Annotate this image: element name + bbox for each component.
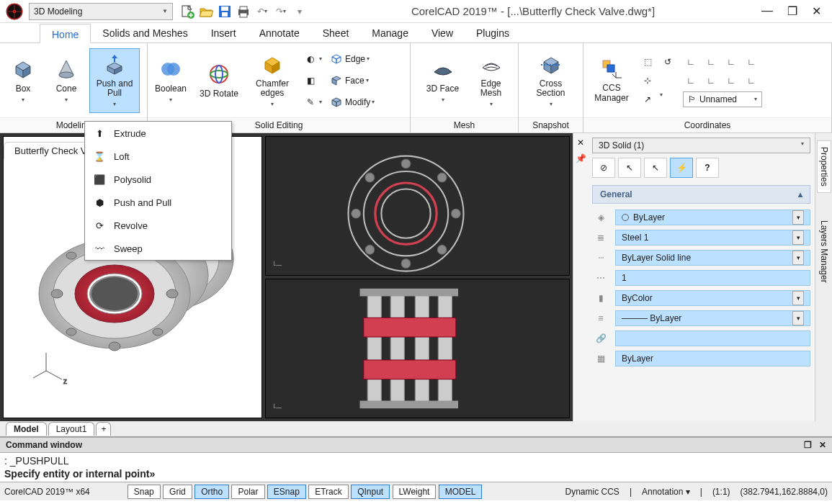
dropdown-extrude[interactable]: ⬆Extrude bbox=[85, 122, 231, 145]
prop-color[interactable]: ByLayer▾ bbox=[615, 210, 810, 225]
dropdown-pushpull[interactable]: ⬢Push and Pull bbox=[85, 191, 231, 214]
modify-button[interactable]: Modify▾ bbox=[329, 92, 375, 112]
axis-icon-6[interactable]: ∟ bbox=[703, 73, 719, 89]
new-icon[interactable] bbox=[179, 3, 196, 20]
model-tab-layout1[interactable]: Layout1 bbox=[48, 422, 95, 436]
tab-insert[interactable]: Insert bbox=[200, 23, 248, 42]
model-tab-model[interactable]: Model bbox=[6, 422, 47, 436]
prop-transparency[interactable]: ByLayer bbox=[615, 351, 810, 366]
face-button[interactable]: Face▾ bbox=[329, 71, 375, 91]
side-tab-layers[interactable]: Layers Manager bbox=[818, 215, 831, 289]
boolean-button[interactable]: Boolean ▾ bbox=[151, 48, 191, 113]
maximize-button[interactable]: ❐ bbox=[787, 4, 797, 18]
status-esnap[interactable]: ESnap bbox=[267, 485, 306, 499]
edit-row-2[interactable]: ◧ bbox=[303, 71, 322, 91]
push-pull-button[interactable]: Push and Pull ▾ bbox=[89, 48, 140, 113]
open-icon[interactable] bbox=[197, 3, 215, 20]
chamfer-button[interactable]: Chamfer edges ▾ bbox=[247, 48, 298, 113]
viewport-top[interactable]: └─ bbox=[265, 136, 570, 276]
box-button[interactable]: Box ▾ bbox=[3, 48, 43, 113]
dropdown-sweep[interactable]: 〰Sweep bbox=[85, 237, 231, 260]
3d-face-button[interactable]: 3D Face ▾ bbox=[418, 48, 468, 113]
model-tab-add[interactable]: + bbox=[96, 422, 111, 436]
rotate-3d-label: 3D Rotate bbox=[200, 89, 238, 99]
print-icon[interactable] bbox=[235, 3, 252, 20]
edit-row-1[interactable]: ◐▾ bbox=[303, 49, 322, 69]
tab-solids[interactable]: Solids and Meshes bbox=[91, 23, 199, 42]
tab-annotate[interactable]: Annotate bbox=[248, 23, 311, 42]
cmd-restore-icon[interactable]: ❐ bbox=[804, 440, 812, 450]
prop-tool-2[interactable]: ↖ bbox=[618, 158, 641, 178]
selection-dropdown[interactable]: 3D Solid (1) ▾ bbox=[592, 138, 810, 153]
status-grid[interactable]: Grid bbox=[163, 485, 192, 499]
ccs-world-icon[interactable]: ⬚ bbox=[640, 54, 656, 70]
close-button[interactable]: ✕ bbox=[812, 4, 821, 18]
status-ortho[interactable]: Ortho bbox=[194, 485, 229, 499]
status-etrack[interactable]: ETrack bbox=[308, 485, 349, 499]
status-model[interactable]: MODEL bbox=[439, 485, 483, 499]
edge-mesh-button[interactable]: Edge Mesh ▾ bbox=[471, 48, 511, 113]
panel-pin-icon[interactable]: 📌 bbox=[576, 153, 586, 163]
section-general[interactable]: General ▴ bbox=[592, 185, 810, 204]
axis-icon-5[interactable]: ∟ bbox=[683, 73, 699, 89]
status-qinput[interactable]: QInput bbox=[351, 485, 390, 499]
ccs-prev-icon[interactable]: ↺ bbox=[660, 54, 676, 70]
loft-icon: ⌛ bbox=[92, 149, 107, 163]
redo-icon[interactable]: ↷ ▾ bbox=[272, 3, 290, 20]
svg-point-13 bbox=[167, 63, 180, 76]
axis-icon-4[interactable]: ∟ bbox=[743, 54, 759, 70]
tab-sheet[interactable]: Sheet bbox=[311, 23, 361, 42]
status-annotation[interactable]: Annotation ▾ bbox=[642, 487, 690, 497]
cmd-line-1: : _PUSHPULL bbox=[4, 454, 828, 467]
prop-plotstyle[interactable]: ——— ByLayer▾ bbox=[615, 310, 810, 326]
prop-layer[interactable]: Steel 1▾ bbox=[615, 230, 810, 246]
ccs-name-dropdown[interactable]: 🏳Unnamed ▾ bbox=[683, 91, 762, 107]
command-window[interactable]: : _PUSHPULL Specify entity or internal p… bbox=[0, 453, 832, 482]
prop-tool-help[interactable]: ? bbox=[696, 158, 719, 178]
status-dynccs[interactable]: Dynamic CCS bbox=[565, 487, 619, 497]
tab-manage[interactable]: Manage bbox=[360, 23, 420, 42]
prop-tool-quick[interactable]: ⚡ bbox=[670, 158, 693, 178]
ccs-origin-icon[interactable]: ⊹ bbox=[640, 73, 656, 89]
axis-icon-2[interactable]: ∟ bbox=[703, 54, 719, 70]
status-lweight[interactable]: LWeight bbox=[393, 485, 437, 499]
panel-close-icon[interactable]: ✕ bbox=[577, 138, 584, 148]
ccs-z-icon[interactable]: ↗ bbox=[640, 91, 656, 107]
dropdown-polysolid[interactable]: ⬛Polysolid bbox=[85, 168, 231, 191]
axis-icon-1[interactable]: ∟ bbox=[683, 54, 699, 70]
status-snap[interactable]: Snap bbox=[128, 485, 161, 499]
cone-button[interactable]: Cone ▾ bbox=[46, 48, 86, 113]
ccs-manager-button[interactable]: CCS Manager bbox=[586, 48, 637, 113]
save-icon[interactable] bbox=[216, 3, 233, 20]
3d-face-label: 3D Face bbox=[426, 84, 459, 94]
status-polar[interactable]: Polar bbox=[231, 485, 264, 499]
side-tab-properties[interactable]: Properties bbox=[817, 140, 831, 193]
dropdown-loft[interactable]: ⌛Loft bbox=[85, 145, 231, 168]
axis-icon-3[interactable]: ∟ bbox=[723, 54, 739, 70]
cmd-close-icon[interactable]: ✕ bbox=[819, 440, 826, 450]
undo-icon[interactable]: ↶ ▾ bbox=[254, 3, 271, 20]
svg-point-47 bbox=[153, 328, 163, 336]
prop-linetype[interactable]: ByLayer Solid line▾ bbox=[615, 250, 810, 266]
svg-point-19 bbox=[349, 156, 464, 271]
tab-view[interactable]: View bbox=[420, 23, 465, 42]
edge-button[interactable]: Edge▾ bbox=[329, 49, 375, 69]
viewport-front[interactable]: └─ bbox=[265, 279, 570, 418]
prop-hyperlink[interactable] bbox=[615, 330, 810, 346]
tab-home[interactable]: Home bbox=[40, 24, 91, 43]
prop-tool-3[interactable]: ↖ bbox=[644, 158, 667, 178]
prop-scale[interactable]: 1 bbox=[615, 270, 810, 286]
3d-rotate-button[interactable]: 3D Rotate bbox=[194, 48, 244, 113]
axis-icon-7[interactable]: ∟ bbox=[723, 73, 739, 89]
prop-tool-1[interactable]: ⊘ bbox=[592, 158, 615, 178]
cross-section-button[interactable]: Cross Section ▾ bbox=[526, 48, 576, 113]
dropdown-revolve[interactable]: ⟳Revolve bbox=[85, 214, 231, 237]
edit-row-3[interactable]: ✎▾ bbox=[303, 92, 322, 112]
workspace-value: 3D Modeling bbox=[34, 6, 82, 17]
qat-more-icon[interactable]: ▾ bbox=[291, 3, 308, 20]
minimize-button[interactable]: — bbox=[761, 4, 773, 18]
workspace-dropdown[interactable]: 3D Modeling ▼ bbox=[29, 3, 173, 20]
tab-plugins[interactable]: Plugins bbox=[465, 23, 521, 42]
prop-lineweight[interactable]: ByColor▾ bbox=[615, 290, 810, 306]
axis-icon-8[interactable]: ∟ bbox=[743, 73, 759, 89]
